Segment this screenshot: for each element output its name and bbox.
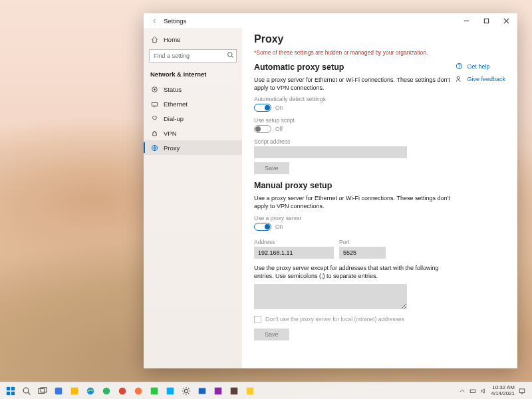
sidebar-section-label: Network & Internet [144, 68, 242, 82]
sidebar-item-proxy[interactable]: Proxy [144, 140, 242, 155]
svg-rect-25 [199, 388, 206, 394]
ethernet-icon [150, 100, 158, 108]
svg-point-8 [458, 76, 460, 79]
svg-rect-22 [151, 387, 158, 394]
proxy-address-input[interactable] [254, 247, 334, 259]
auto-save-button[interactable]: Save [254, 162, 289, 174]
svg-rect-15 [41, 387, 47, 392]
search-input[interactable] [149, 49, 237, 63]
svg-rect-16 [55, 387, 63, 394]
svg-rect-0 [484, 19, 488, 23]
sidebar-item-dialup[interactable]: Dial-up [144, 111, 242, 126]
sidebar-item-ethernet[interactable]: Ethernet [144, 96, 242, 111]
taskbar-app-8[interactable] [195, 384, 209, 398]
svg-rect-26 [215, 387, 222, 394]
bypass-local-label: Don't use the proxy server for local (in… [265, 316, 404, 323]
sidebar-item-label: Ethernet [164, 100, 188, 108]
task-view-icon[interactable] [35, 384, 50, 398]
svg-rect-27 [231, 387, 238, 394]
vpn-icon [150, 129, 158, 137]
svg-rect-28 [247, 387, 254, 394]
chevron-up-icon [459, 388, 466, 394]
svg-rect-12 [11, 391, 15, 394]
maximize-button[interactable] [476, 13, 496, 28]
bypass-local-checkbox[interactable]: Don't use the proxy server for local (in… [254, 316, 505, 323]
settings-content: Proxy *Some of these settings are hidden… [242, 28, 517, 368]
svg-rect-29 [471, 390, 476, 392]
taskbar-edge-icon[interactable] [83, 384, 98, 398]
window-title: Settings [164, 17, 186, 25]
minimize-button[interactable] [456, 13, 476, 28]
taskbar: 10:32 AM 4/14/2021 [0, 382, 532, 399]
auto-detect-label: Automatically detect settings [254, 96, 505, 102]
give-feedback-label: Give feedback [467, 76, 505, 82]
auto-detect-state: On [275, 104, 283, 111]
taskbar-app-11[interactable] [243, 384, 257, 398]
taskbar-app-9[interactable] [211, 384, 225, 398]
use-script-state: Off [275, 126, 283, 132]
sidebar-item-label: Dial-up [164, 115, 184, 122]
system-tray[interactable]: 10:32 AM 4/14/2021 [455, 385, 529, 396]
get-help-link[interactable]: Get help [456, 63, 505, 70]
taskbar-app-2[interactable] [67, 384, 82, 398]
sidebar-home[interactable]: Home [144, 32, 242, 47]
svg-rect-14 [39, 388, 45, 393]
notifications-icon [519, 388, 525, 394]
taskbar-app-3[interactable] [99, 384, 114, 398]
svg-point-21 [135, 387, 142, 394]
proxy-port-input[interactable] [339, 247, 386, 259]
use-proxy-toggle[interactable]: On [254, 223, 283, 231]
auto-detect-toggle[interactable]: On [254, 104, 283, 112]
sidebar-item-label: Proxy [164, 144, 180, 152]
use-script-toggle[interactable]: Off [254, 125, 283, 133]
script-address-label: Script address [254, 138, 505, 145]
taskbar-app-4[interactable] [115, 384, 130, 398]
page-title: Proxy [254, 33, 505, 45]
volume-tray-icon [480, 388, 487, 394]
svg-point-7 [460, 68, 460, 68]
proxy-except-desc: Use the proxy server except for addresse… [254, 264, 454, 280]
back-button[interactable] [145, 13, 164, 28]
svg-rect-17 [71, 387, 78, 394]
svg-point-1 [228, 53, 232, 57]
sidebar-item-label: Status [164, 86, 182, 93]
auto-proxy-desc: Use a proxy server for Ethernet or Wi-Fi… [254, 76, 454, 92]
proxy-icon [150, 144, 158, 152]
sidebar-item-status[interactable]: Status [144, 82, 242, 96]
port-label: Port [339, 239, 386, 245]
svg-point-24 [184, 389, 188, 392]
manual-save-button[interactable]: Save [254, 329, 289, 340]
taskbar-search-icon[interactable] [19, 384, 34, 398]
sidebar-home-label: Home [164, 36, 180, 43]
svg-point-13 [23, 388, 29, 393]
taskbar-app-7[interactable] [163, 384, 178, 398]
script-address-input[interactable] [254, 146, 407, 158]
svg-rect-4 [152, 102, 157, 106]
get-help-label: Get help [467, 63, 489, 70]
help-links: Get help Give feedback [456, 63, 505, 82]
sidebar-item-label: VPN [164, 130, 177, 137]
sidebar-item-vpn[interactable]: VPN [144, 126, 242, 140]
taskbar-app-10[interactable] [227, 384, 241, 398]
proxy-except-input[interactable] [254, 284, 407, 309]
give-feedback-link[interactable]: Give feedback [456, 75, 505, 82]
network-tray-icon [469, 388, 476, 394]
svg-rect-9 [7, 386, 10, 390]
tray-date: 4/14/2021 [491, 391, 515, 396]
status-icon [150, 85, 158, 93]
org-disclaimer: *Some of these settings are hidden or ma… [254, 49, 505, 56]
taskbar-app-1[interactable] [51, 384, 66, 398]
use-proxy-state: On [275, 223, 283, 230]
settings-sidebar: Home Network & Internet Status Ethernet [144, 28, 242, 368]
taskbar-app-6[interactable] [147, 384, 162, 398]
taskbar-settings[interactable] [179, 384, 194, 398]
svg-rect-11 [7, 391, 10, 394]
use-proxy-label: Use a proxy server [254, 215, 505, 221]
svg-point-3 [154, 88, 155, 90]
svg-rect-30 [519, 388, 525, 392]
address-label: Address [254, 239, 334, 245]
close-button[interactable] [496, 13, 516, 28]
sidebar-search [149, 49, 237, 63]
start-button[interactable] [3, 384, 18, 398]
taskbar-app-5[interactable] [131, 384, 146, 398]
